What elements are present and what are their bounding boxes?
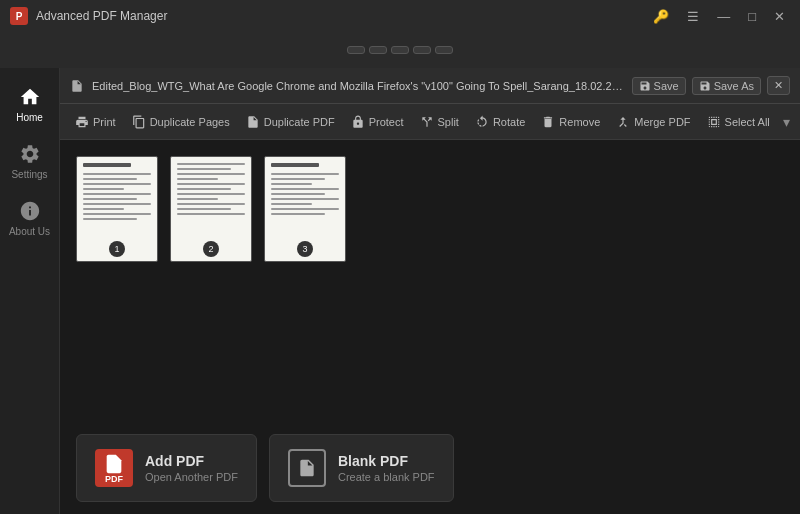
- app-title: Advanced PDF Manager: [36, 9, 648, 23]
- maximize-btn[interactable]: □: [743, 7, 761, 26]
- info-icon: [19, 200, 41, 222]
- print-label: Print: [93, 116, 116, 128]
- blank-pdf-icon: [288, 449, 326, 487]
- app-icon: P: [10, 7, 28, 25]
- rotate-icon: [475, 115, 489, 129]
- window-controls: 🔑 ☰ — □ ✕: [648, 7, 790, 26]
- select-all-label: Select All: [725, 116, 770, 128]
- save-as-button[interactable]: Save As: [692, 77, 761, 95]
- split-button[interactable]: Split: [413, 111, 466, 133]
- page-image-3: 3: [264, 156, 346, 262]
- blank-pdf-title: Blank PDF: [338, 453, 435, 469]
- save-label: Save: [654, 80, 679, 92]
- page-number-badge-2: 2: [203, 241, 219, 257]
- duplicate-pdf-button[interactable]: Duplicate PDF: [239, 111, 342, 133]
- merge-icon: [616, 115, 630, 129]
- print-button[interactable]: Print: [68, 111, 123, 133]
- page-image-1: 1: [76, 156, 158, 262]
- pages-area: 1: [60, 140, 800, 422]
- sidebar-home-label: Home: [16, 112, 43, 123]
- minimize-btn[interactable]: —: [712, 7, 735, 26]
- protect-label: Protect: [369, 116, 404, 128]
- blank-pdf-card[interactable]: Blank PDF Create a blank PDF: [269, 434, 454, 502]
- save-as-icon: [699, 80, 711, 92]
- sidebar-item-home[interactable]: Home: [0, 76, 59, 133]
- key-icon[interactable]: 🔑: [648, 7, 674, 26]
- title-bar: P Advanced PDF Manager 🔑 ☰ — □ ✕: [0, 0, 800, 32]
- page-image-2: 2: [170, 156, 252, 262]
- toolbar: Print Duplicate Pages Duplicate PDF Prot…: [60, 104, 800, 140]
- split-label: Split: [438, 116, 459, 128]
- tab-grid[interactable]: [369, 46, 387, 54]
- rotate-label: Rotate: [493, 116, 525, 128]
- add-pdf-subtitle: Open Another PDF: [145, 471, 238, 483]
- remove-button[interactable]: Remove: [534, 111, 607, 133]
- add-pdf-title: Add PDF: [145, 453, 238, 469]
- duplicate-pages-button[interactable]: Duplicate Pages: [125, 111, 237, 133]
- close-btn[interactable]: ✕: [769, 7, 790, 26]
- add-pdf-text: Add PDF Open Another PDF: [145, 453, 238, 483]
- protect-button[interactable]: Protect: [344, 111, 411, 133]
- toolbar-more-button[interactable]: ▾: [779, 110, 794, 134]
- file-actions: Save Save As ✕: [632, 76, 790, 95]
- page-number-badge-3: 3: [297, 241, 313, 257]
- file-header: Edited_Blog_WTG_What Are Google Chrome a…: [60, 68, 800, 104]
- file-icon: [70, 79, 84, 93]
- merge-pdf-label: Merge PDF: [634, 116, 690, 128]
- page-thumb-3[interactable]: 3: [264, 156, 346, 262]
- add-pdf-icon: [95, 449, 133, 487]
- content-area: Edited_Blog_WTG_What Are Google Chrome a…: [60, 68, 800, 514]
- sidebar: Home Settings About Us: [0, 68, 60, 514]
- duplicate-pages-icon: [132, 115, 146, 129]
- view-tabs: [0, 32, 800, 68]
- rotate-button[interactable]: Rotate: [468, 111, 532, 133]
- settings-icon: [19, 143, 41, 165]
- sidebar-item-about[interactable]: About Us: [0, 190, 59, 247]
- save-as-label: Save As: [714, 80, 754, 92]
- page-number-badge-1: 1: [109, 241, 125, 257]
- duplicate-pdf-icon: [246, 115, 260, 129]
- duplicate-pages-label: Duplicate Pages: [150, 116, 230, 128]
- blank-pdf-subtitle: Create a blank PDF: [338, 471, 435, 483]
- page-thumb-2[interactable]: 2: [170, 156, 252, 262]
- sidebar-about-label: About Us: [9, 226, 50, 237]
- duplicate-pdf-label: Duplicate PDF: [264, 116, 335, 128]
- main-layout: Home Settings About Us Edited_Blog_WTG_W…: [0, 68, 800, 514]
- page-thumb-1[interactable]: 1: [76, 156, 158, 262]
- tab-single[interactable]: [347, 46, 365, 54]
- remove-label: Remove: [559, 116, 600, 128]
- tab-two-col[interactable]: [391, 46, 409, 54]
- tab-alt[interactable]: [435, 46, 453, 54]
- sidebar-settings-label: Settings: [11, 169, 47, 180]
- select-all-icon: [707, 115, 721, 129]
- split-icon: [420, 115, 434, 129]
- save-button[interactable]: Save: [632, 77, 686, 95]
- protect-icon: [351, 115, 365, 129]
- save-icon: [639, 80, 651, 92]
- sidebar-item-settings[interactable]: Settings: [0, 133, 59, 190]
- remove-icon: [541, 115, 555, 129]
- print-icon: [75, 115, 89, 129]
- home-icon: [19, 86, 41, 108]
- blank-pdf-text: Blank PDF Create a blank PDF: [338, 453, 435, 483]
- menu-icon[interactable]: ☰: [682, 7, 704, 26]
- add-pdf-card[interactable]: Add PDF Open Another PDF: [76, 434, 257, 502]
- file-close-button[interactable]: ✕: [767, 76, 790, 95]
- tab-side[interactable]: [413, 46, 431, 54]
- file-name: Edited_Blog_WTG_What Are Google Chrome a…: [92, 80, 624, 92]
- bottom-cards: Add PDF Open Another PDF Blank PDF Creat…: [60, 422, 800, 514]
- select-all-button[interactable]: Select All: [700, 111, 777, 133]
- merge-pdf-button[interactable]: Merge PDF: [609, 111, 697, 133]
